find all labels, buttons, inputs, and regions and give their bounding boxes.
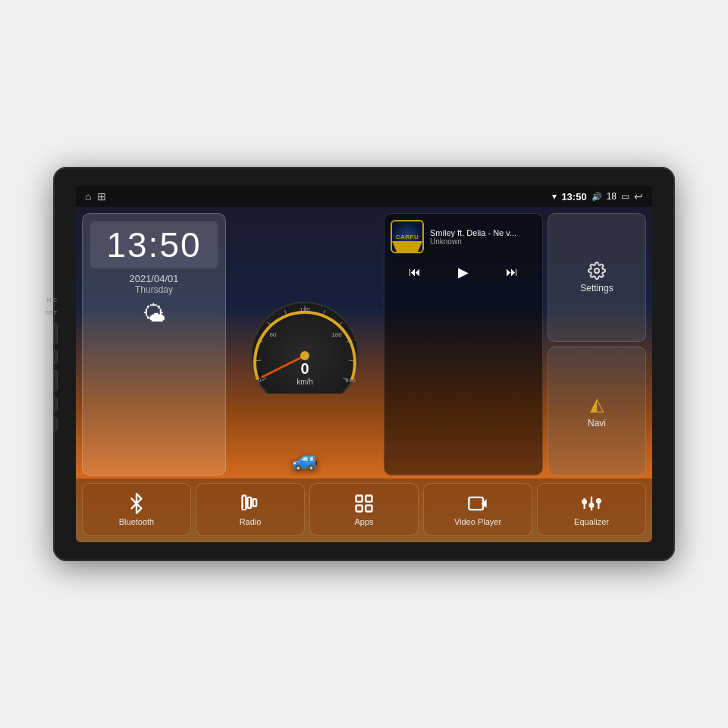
back-side-button[interactable]: [53, 370, 58, 391]
svg-point-13: [300, 351, 309, 360]
main-screen: ⌂ ⊞ ▾ 13:50 🔊 18 ▭ ↩ 13:50 2021/04/01 Th…: [76, 186, 652, 542]
apps-bar: Bluetooth Radio: [76, 479, 652, 542]
prev-button[interactable]: ⏮: [406, 262, 424, 282]
car-icon: 🚙: [292, 447, 318, 472]
weather-widget: 🌤: [90, 301, 218, 327]
car-stereo-device: MIC RST ⌂ ⊞ ▾ 13:50 🔊 18 ▭ ↩: [53, 167, 675, 561]
svg-rect-21: [248, 497, 252, 508]
battery-icon: ▭: [621, 191, 629, 202]
svg-text:0: 0: [258, 377, 262, 384]
video-player-button[interactable]: Video Player: [423, 483, 532, 536]
settings-icon: [588, 262, 606, 280]
navi-icon: ◭: [590, 394, 604, 415]
svg-rect-20: [243, 496, 246, 510]
speed-value: 0 km/h: [297, 360, 313, 386]
clock-day: Thursday: [90, 284, 218, 295]
navi-label: Navi: [588, 418, 606, 428]
music-widget: CARFU Smiley ft. Delia - Ne v... Unknown…: [384, 213, 543, 475]
clock-widget: 13:50 2021/04/01 Thursday 🌤: [82, 213, 226, 475]
radio-icon: [240, 493, 261, 514]
svg-rect-24: [366, 496, 372, 502]
video-icon: [467, 493, 488, 514]
svg-text:120: 120: [300, 306, 310, 313]
action-buttons: Settings ◭ Navi: [548, 213, 646, 475]
music-controls: ⏮ ▶ ⏭: [391, 258, 536, 287]
svg-rect-23: [356, 496, 362, 502]
status-time: 13:50: [561, 191, 586, 202]
radio-label: Radio: [240, 517, 262, 526]
bluetooth-icon: [126, 493, 147, 514]
navi-button[interactable]: ◭ Navi: [548, 347, 646, 475]
vol-down-button[interactable]: [53, 397, 58, 411]
road-scene: 🚙: [231, 422, 379, 475]
svg-text:180: 180: [331, 331, 342, 338]
bluetooth-button[interactable]: Bluetooth: [82, 483, 191, 536]
music-info: Smiley ft. Delia - Ne v... Unknown: [430, 228, 536, 246]
svg-text:240: 240: [345, 377, 356, 384]
svg-rect-25: [356, 505, 362, 511]
music-title: Smiley ft. Delia - Ne v...: [430, 228, 536, 237]
clock-time-display: 13:50: [90, 221, 218, 268]
svg-rect-22: [253, 499, 257, 506]
main-content-area: 13:50 2021/04/01 Thursday 🌤: [76, 207, 652, 542]
status-bar: ⌂ ⊞ ▾ 13:50 🔊 18 ▭ ↩: [76, 186, 652, 207]
power-button[interactable]: [53, 323, 58, 344]
app-switcher-icon[interactable]: ⊞: [97, 190, 106, 202]
home-icon[interactable]: ⌂: [85, 190, 91, 202]
back-icon[interactable]: ↩: [634, 190, 643, 202]
speedometer-widget: 0 60 120 180 240 0 km/h 🚙: [231, 213, 379, 475]
carfu-logo-text: CARFU: [396, 234, 419, 240]
rst-label: RST: [46, 310, 58, 315]
apps-button[interactable]: Apps: [309, 483, 419, 536]
play-button[interactable]: ▶: [455, 261, 472, 284]
side-controls: MIC RST: [46, 297, 58, 431]
mic-label: MIC: [46, 297, 57, 303]
vol-up-button[interactable]: [53, 417, 58, 431]
next-button[interactable]: ⏭: [503, 262, 521, 282]
weather-icon: 🌤: [143, 301, 165, 327]
bluetooth-label: Bluetooth: [119, 517, 154, 526]
album-art: CARFU: [391, 220, 424, 253]
speedo-container: 0 60 120 180 240 0 km/h: [244, 295, 366, 394]
home-side-button[interactable]: [53, 350, 58, 364]
apps-label: Apps: [354, 517, 373, 526]
svg-rect-26: [366, 505, 372, 511]
equalizer-label: Equalizer: [574, 517, 609, 526]
clock-date: 2021/04/01: [90, 273, 218, 284]
svg-rect-27: [469, 497, 483, 510]
settings-button[interactable]: Settings: [548, 213, 646, 342]
volume-level: 18: [607, 191, 617, 202]
video-player-label: Video Player: [454, 517, 501, 526]
svg-marker-28: [482, 499, 487, 508]
apps-grid-icon: [353, 493, 375, 514]
speaker-icon: 🔊: [592, 192, 602, 202]
wifi-icon: ▾: [552, 191, 557, 202]
settings-label: Settings: [580, 283, 613, 293]
widgets-row: 13:50 2021/04/01 Thursday 🌤: [76, 207, 652, 479]
music-info-row: CARFU Smiley ft. Delia - Ne v... Unknown: [391, 220, 536, 253]
svg-point-19: [595, 268, 599, 273]
music-artist: Unknown: [430, 237, 536, 246]
equalizer-icon: [581, 493, 602, 514]
svg-text:60: 60: [270, 331, 277, 338]
radio-button[interactable]: Radio: [196, 483, 305, 536]
equalizer-button[interactable]: Equalizer: [537, 483, 646, 536]
